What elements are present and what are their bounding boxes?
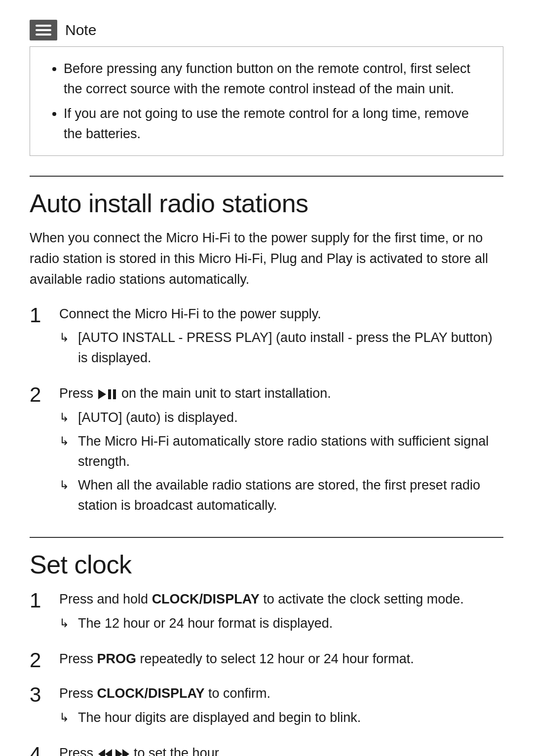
step-2-sub-2: ↳ The Micro Hi-Fi automatically store ra… [59,431,503,471]
step-2-sub-text-2: The Micro Hi-Fi automatically store radi… [78,431,503,471]
clock-step-3-sub-items: ↳ The hour digits are displayed and begi… [59,708,503,728]
clock-step-1-sub-items: ↳ The 12 hour or 24 hour format is displ… [59,613,503,634]
pause-bar-1 [108,389,111,399]
arrow-icon-2c: ↳ [59,476,73,494]
step-2-sub-3: ↳ When all the available radio stations … [59,475,503,515]
note-section: Note Before pressing any function button… [30,20,503,156]
clock-step-4-text-after: to set the hour. [134,746,222,756]
prog-bold: PROG [97,651,137,666]
note-list: Before pressing any function button on t… [46,59,487,144]
rew-icon [98,749,112,756]
step-number-1: 1 [30,304,59,327]
clock-step-1-content: Press and hold CLOCK/DISPLAY to activate… [59,589,503,637]
ffw-icon [115,749,129,756]
clock-display-bold-1: CLOCK/DISPLAY [152,592,260,606]
step-number-2: 2 [30,383,59,406]
play-pause-icon [98,389,117,399]
arrow-icon-c1: ↳ [59,614,73,632]
auto-install-section: Auto install radio stations When you con… [30,189,503,519]
clock-step-3-sub-text: The hour digits are displayed and begin … [78,708,361,728]
arrow-icon-2b: ↳ [59,432,73,450]
set-clock-title: Set clock [30,550,503,579]
auto-install-steps: 1 Connect the Micro Hi-Fi to the power s… [30,304,503,520]
clock-step-1: 1 Press and hold CLOCK/DISPLAY to activa… [30,589,503,637]
note-icon [30,20,57,40]
arrow-icon-1: ↳ [59,329,73,346]
clock-step-1-sub-text: The 12 hour or 24 hour format is display… [78,613,333,634]
set-clock-section: Set clock 1 Press and hold CLOCK/DISPLAY… [30,550,503,756]
clock-step-3-content: Press CLOCK/DISPLAY to confirm. ↳ The ho… [59,683,503,731]
step-2-text-before: Press [59,386,97,401]
clock-step-4-content: Press to set the hour. [59,743,503,756]
step-1-sub-1: ↳ [AUTO INSTALL - PRESS PLAY] (auto inst… [59,328,503,368]
clock-step-2-content: Press PROG repeatedly to select 12 hour … [59,649,503,669]
clock-step-3: 3 Press CLOCK/DISPLAY to confirm. ↳ The … [30,683,503,731]
divider-2 [30,537,503,538]
clock-step-3-text: Press CLOCK/DISPLAY to confirm. [59,686,270,701]
clock-step-number-2: 2 [30,649,59,672]
ffw-tri-1 [115,749,122,756]
divider-1 [30,176,503,177]
ffw-tri-2 [122,749,129,756]
clock-step-3-sub-1: ↳ The hour digits are displayed and begi… [59,708,503,728]
step-1-content: Connect the Micro Hi-Fi to the power sup… [59,304,503,372]
rew-tri-1 [98,749,105,756]
rew-ffw-icons [98,749,129,756]
note-title: Note [65,22,96,38]
pause-bar-2 [113,389,116,399]
auto-install-step-2: 2 Press on the main unit to start instal… [30,383,503,519]
clock-step-1-text: Press and hold CLOCK/DISPLAY to activate… [59,592,464,606]
clock-step-1-sub-1: ↳ The 12 hour or 24 hour format is displ… [59,613,503,634]
play-triangle [98,389,106,399]
step-2-sub-1: ↳ [AUTO] (auto) is displayed. [59,408,503,428]
arrow-icon-2a: ↳ [59,409,73,426]
step-2-text-after: on the main unit to start installation. [121,386,331,401]
note-item-2: If you are not going to use the remote c… [64,104,487,144]
set-clock-steps: 1 Press and hold CLOCK/DISPLAY to activa… [30,589,503,756]
step-2-sub-items: ↳ [AUTO] (auto) is displayed. ↳ The Micr… [59,408,503,516]
clock-step-number-1: 1 [30,589,59,612]
rew-tri-2 [105,749,112,756]
step-1-text: Connect the Micro Hi-Fi to the power sup… [59,306,321,321]
note-box: Before pressing any function button on t… [30,46,503,156]
arrow-icon-c3: ↳ [59,709,73,726]
step-2-content: Press on the main unit to start installa… [59,383,503,519]
clock-display-bold-2: CLOCK/DISPLAY [97,686,205,701]
clock-step-number-4: 4 [30,743,59,756]
auto-install-title: Auto install radio stations [30,189,503,218]
auto-install-intro: When you connect the Micro Hi-Fi to the … [30,228,503,290]
pause-bars [108,389,116,399]
step-1-sub-text-1: [AUTO INSTALL - PRESS PLAY] (auto instal… [78,328,503,368]
step-1-sub-items: ↳ [AUTO INSTALL - PRESS PLAY] (auto inst… [59,328,503,368]
clock-step-2: 2 Press PROG repeatedly to select 12 hou… [30,649,503,672]
note-header: Note [30,20,503,40]
clock-step-number-3: 3 [30,683,59,706]
note-item-1: Before pressing any function button on t… [64,59,487,99]
step-2-sub-text-3: When all the available radio stations ar… [78,475,503,515]
step-2-sub-text-1: [AUTO] (auto) is displayed. [78,408,238,428]
clock-step-4: 4 Press to set the [30,743,503,756]
clock-step-4-text-before: Press [59,746,97,756]
auto-install-step-1: 1 Connect the Micro Hi-Fi to the power s… [30,304,503,372]
clock-step-2-text: Press PROG repeatedly to select 12 hour … [59,651,414,666]
